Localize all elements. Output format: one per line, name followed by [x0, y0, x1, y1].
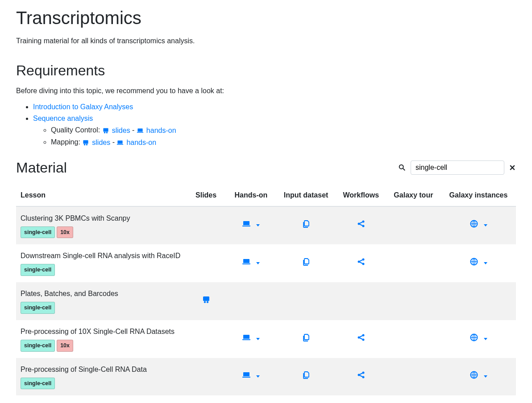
input-dataset-cell: [276, 244, 336, 282]
col-handson: Hands-on: [226, 185, 276, 206]
lesson-title: Pre-processing of 10X Single-Cell RNA Da…: [21, 326, 182, 337]
requirements-list: Introduction to Galaxy Analyses Sequence…: [33, 102, 516, 148]
input-dataset-cell: [276, 358, 336, 396]
instances-link[interactable]: [470, 370, 487, 382]
workflows-cell: [336, 206, 386, 245]
page-subtitle: Training material for all kinds of trans…: [16, 36, 516, 46]
instances-link[interactable]: [470, 333, 487, 345]
input-dataset-link[interactable]: [302, 333, 311, 345]
slideshare-icon: [82, 139, 89, 146]
lesson-cell: Single-cell quality control with scaters…: [16, 395, 186, 403]
input-dataset-icon: [302, 219, 311, 231]
tag-10x[interactable]: 10x: [57, 226, 73, 239]
qc-handson-link[interactable]: hands-on: [137, 125, 176, 136]
input-dataset-link[interactable]: [302, 257, 311, 269]
slides-text: slides: [112, 125, 130, 136]
handson-cell: [226, 358, 276, 396]
workflows-icon: [357, 257, 366, 269]
instances-cell: [441, 358, 516, 396]
lesson-cell: Pre-processing of Single-Cell RNA Datasi…: [16, 358, 186, 396]
handson-cell: [226, 320, 276, 358]
handson-text: hands-on: [146, 125, 176, 136]
tag-single-cell[interactable]: single-cell: [21, 340, 55, 352]
slides-cell: [186, 206, 226, 245]
input-dataset-icon: [302, 370, 311, 382]
instances-icon: [470, 333, 478, 345]
handson-link[interactable]: [242, 370, 260, 382]
instances-cell: [441, 282, 516, 320]
requirements-intro: Before diving into this topic, we recomm…: [16, 86, 516, 96]
workflows-icon: [357, 219, 366, 231]
input-dataset-link[interactable]: [302, 370, 311, 382]
chevron-down-icon: [256, 375, 260, 378]
instances-icon: [470, 219, 478, 231]
tour-cell: [386, 244, 441, 282]
tag-single-cell[interactable]: single-cell: [21, 378, 55, 390]
table-row: Pre-processing of 10X Single-Cell RNA Da…: [16, 320, 516, 358]
slides-link[interactable]: [202, 295, 211, 307]
workflows-cell: [336, 395, 386, 403]
clear-search-icon[interactable]: [509, 164, 516, 171]
workflows-icon: [357, 333, 366, 345]
handson-icon: [242, 219, 251, 231]
handson-link[interactable]: [242, 257, 260, 269]
mapping-label: Mapping:: [51, 138, 82, 146]
table-row: Plates, Batches, and Barcodessingle-cell: [16, 282, 516, 320]
input-dataset-cell: [276, 320, 336, 358]
tag-single-cell[interactable]: single-cell: [21, 264, 55, 276]
handson-cell: [226, 206, 276, 245]
instances-cell: [441, 244, 516, 282]
chevron-down-icon: [256, 224, 260, 226]
qc-label: Quality Control:: [51, 126, 102, 134]
instances-cell: [441, 395, 516, 403]
instances-link[interactable]: [470, 219, 487, 231]
link-sequence-analysis[interactable]: Sequence analysis: [33, 115, 93, 122]
instances-icon: [470, 370, 478, 382]
tag-single-cell[interactable]: single-cell: [21, 226, 55, 239]
workflows-link[interactable]: [357, 257, 366, 269]
lesson-cell: Clustering 3K PBMCs with Scanpysingle-ce…: [16, 206, 186, 245]
input-dataset-link[interactable]: [302, 219, 311, 231]
handson-text: hands-on: [126, 137, 156, 148]
chevron-down-icon: [484, 262, 487, 264]
workflows-link[interactable]: [357, 370, 366, 382]
chevron-down-icon: [484, 375, 487, 378]
instances-cell: [441, 320, 516, 358]
table-row: Single-cell quality control with scaters…: [16, 395, 516, 403]
qc-slides-link[interactable]: slides: [102, 125, 130, 136]
lesson-title: Plates, Batches, and Barcodes: [21, 288, 182, 299]
link-intro-galaxy[interactable]: Introduction to Galaxy Analyses: [33, 103, 133, 111]
col-instances: Galaxy instances: [441, 185, 516, 206]
chevron-down-icon: [484, 224, 487, 226]
lesson-cell: Plates, Batches, and Barcodessingle-cell: [16, 282, 186, 320]
search-input[interactable]: [411, 160, 504, 175]
chevron-down-icon: [484, 338, 487, 340]
tour-cell: [386, 282, 441, 320]
slideshare-icon: [102, 127, 109, 134]
handson-cell: [226, 244, 276, 282]
search-wrap: [398, 160, 516, 175]
instances-link[interactable]: [470, 257, 487, 269]
workflows-cell: [336, 282, 386, 320]
handson-link[interactable]: [242, 219, 260, 231]
lesson-title: Clustering 3K PBMCs with Scanpy: [21, 213, 182, 224]
tour-cell: [386, 395, 441, 403]
tag-single-cell[interactable]: single-cell: [21, 302, 55, 314]
table-row: Downstream Single-cell RNA analysis with…: [16, 244, 516, 282]
chevron-down-icon: [256, 338, 260, 340]
search-icon: [398, 164, 406, 172]
handson-cell: [226, 282, 276, 320]
lesson-title: Pre-processing of Single-Cell RNA Data: [21, 364, 182, 375]
handson-link[interactable]: [242, 333, 260, 345]
tour-cell: [386, 358, 441, 396]
dash-sep: -: [112, 138, 117, 146]
mapping-slides-link[interactable]: slides: [82, 137, 110, 148]
requirements-heading: Requirements: [16, 60, 516, 81]
workflows-link[interactable]: [357, 219, 366, 231]
material-table: Lesson Slides Hands-on Input dataset Wor…: [16, 185, 516, 403]
tag-10x[interactable]: 10x: [57, 340, 73, 352]
mapping-handson-link[interactable]: hands-on: [116, 137, 156, 148]
table-row: Clustering 3K PBMCs with Scanpysingle-ce…: [16, 206, 516, 245]
workflows-link[interactable]: [357, 333, 366, 345]
handson-icon: [242, 333, 251, 345]
